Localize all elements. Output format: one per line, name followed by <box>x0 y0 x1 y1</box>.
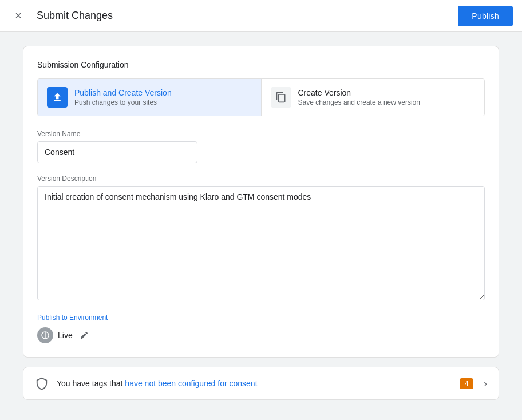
warning-card: You have tags that have not been configu… <box>23 367 499 400</box>
version-description-group: Version Description Initial creation of … <box>37 175 485 302</box>
warning-text-before: You have tags that <box>57 379 125 388</box>
version-name-group: Version Name <box>37 130 485 163</box>
copy-icon <box>271 87 291 108</box>
shield-icon <box>35 377 49 390</box>
environment-name: Live <box>58 331 73 340</box>
submission-config-card: Submission Configuration Publish and Cre… <box>23 46 499 358</box>
page-title: Submit Changes <box>37 10 113 22</box>
close-button[interactable]: × <box>9 7 27 25</box>
publish-button[interactable]: Publish <box>458 6 513 26</box>
section-title: Submission Configuration <box>37 60 485 69</box>
header-left: × Submit Changes <box>9 7 113 25</box>
warning-text-highlight: have not been configured for consent <box>125 379 257 388</box>
environment-edit-button[interactable] <box>77 328 91 342</box>
tab-create-version[interactable]: Create Version Save changes and create a… <box>261 79 485 116</box>
upload-icon <box>47 87 68 108</box>
warning-chevron-icon[interactable]: › <box>484 378 487 390</box>
tab-publish-create-desc: Push changes to your sites <box>74 98 172 106</box>
publish-environment-section: Publish to Environment Live <box>37 314 485 343</box>
version-description-textarea[interactable]: Initial creation of consent mechanism us… <box>37 186 485 300</box>
app-header: × Submit Changes Publish <box>0 0 522 32</box>
main-content: Submission Configuration Publish and Cre… <box>0 32 522 414</box>
option-tabs: Publish and Create Version Push changes … <box>37 78 485 116</box>
version-description-label: Version Description <box>37 175 485 183</box>
warning-badge: 4 <box>460 378 473 389</box>
version-name-input[interactable] <box>37 141 197 163</box>
tab-create-version-label: Create Version <box>298 88 420 97</box>
env-row: Live <box>37 327 485 343</box>
environment-icon <box>37 327 53 343</box>
warning-text: You have tags that have not been configu… <box>57 379 452 388</box>
tab-publish-create-label: Publish and Create Version <box>74 88 172 97</box>
tab-create-version-desc: Save changes and create a new version <box>298 98 420 106</box>
publish-env-label: Publish to Environment <box>37 314 485 322</box>
close-icon: × <box>15 9 22 22</box>
version-name-label: Version Name <box>37 130 485 138</box>
tab-publish-create[interactable]: Publish and Create Version Push changes … <box>38 79 261 116</box>
